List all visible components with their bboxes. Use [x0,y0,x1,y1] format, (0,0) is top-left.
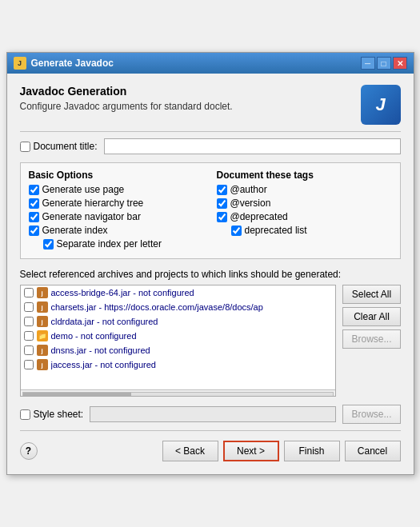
h-scroll-thumb [23,393,132,397]
opt-separate-index: Separate index per letter [29,238,204,250]
archives-browse-button[interactable]: Browse... [342,329,400,349]
stylesheet-browse-button[interactable]: Browse... [342,405,400,424]
list-item: j dnsns.jar - not configured [21,343,336,357]
opt-index: Generate index [29,225,204,236]
close-button[interactable]: ✕ [393,57,407,70]
opt-use-page: Generate use page [29,184,204,195]
opt-use-page-checkbox[interactable] [29,185,39,195]
list-item: j charsets.jar - https://docs.oracle.com… [21,300,336,314]
main-window: J Generate Javadoc ─ □ ✕ Javadoc Generat… [6,52,414,475]
doc-title-row: Document title: [20,138,401,154]
archives-buttons: Select All Clear All Browse... [342,285,400,397]
horizontal-scrollbar[interactable] [21,389,336,397]
basic-options-col: Basic Options Generate use page Generate… [29,170,204,252]
window-icon: J [14,57,26,70]
header-divider [20,131,401,132]
next-button[interactable]: Next > [223,441,279,461]
footer-right: < Back Next > Finish Cancel [162,441,401,461]
doc-title-input[interactable] [104,138,401,154]
opt-hierarchy-checkbox[interactable] [29,198,39,209]
basic-options-title: Basic Options [29,170,204,181]
tag-deprecated-checkbox[interactable] [217,212,227,222]
stylesheet-row: Style sheet: Browse... [20,405,401,424]
header-section: Javadoc Generation Configure Javadoc arg… [20,85,401,125]
archives-label: Select referenced archives and projects … [20,269,401,280]
tag-deprecated: @deprecated [217,211,392,222]
finish-button[interactable]: Finish [284,441,340,461]
tag-deprecated-list-checkbox[interactable] [231,226,242,236]
archives-list-container: j access-bridge-64.jar - not configured … [20,285,337,397]
back-button[interactable]: < Back [162,441,218,461]
list-item: 📁 demo - not configured [21,329,336,343]
select-all-button[interactable]: Select All [342,285,400,304]
tag-author-checkbox[interactable] [217,185,227,195]
cancel-button[interactable]: Cancel [345,441,401,461]
h-scroll-track [22,392,334,397]
tag-author: @author [217,184,392,195]
window-title: Generate Javadoc [31,58,114,69]
dialog-title: Javadoc Generation [20,85,233,98]
stylesheet-checkbox[interactable] [20,409,30,420]
titlebar-controls: ─ □ ✕ [361,57,407,70]
tag-deprecated-list: deprecated list [217,225,392,236]
footer-left: ? [20,442,38,460]
jar-icon-0: j [37,287,48,298]
titlebar-left: J Generate Javadoc [14,57,114,70]
folder-icon-3: 📁 [37,330,48,341]
doc-title-checkbox[interactable] [20,142,30,152]
opt-index-checkbox[interactable] [29,226,39,236]
archive-checkbox-4[interactable] [24,345,34,355]
doc-title-label: Document title: [20,141,98,152]
dialog-content: Javadoc Generation Configure Javadoc arg… [7,74,414,474]
list-item: j cldrdata.jar - not configured [21,314,336,329]
opt-navigator: Generate navigator bar [29,211,204,222]
help-button[interactable]: ? [20,442,38,460]
jar-icon-5: j [37,359,48,370]
archive-checkbox-5[interactable] [24,360,34,369]
archives-list-wrapper: j access-bridge-64.jar - not configured … [20,285,337,397]
list-item: j jaccess.jar - not configured [21,357,336,372]
doc-tags-title: Document these tags [217,170,392,181]
footer: ? < Back Next > Finish Cancel [20,437,401,466]
jar-icon-1: j [37,301,48,313]
minimize-button[interactable]: ─ [361,57,375,70]
opt-separate-index-checkbox[interactable] [43,239,54,250]
archive-checkbox-0[interactable] [24,288,34,297]
footer-divider [20,430,401,431]
tag-version: @version [217,198,392,209]
stylesheet-label: Style sheet: [20,409,84,420]
javadoc-logo: J [361,85,401,125]
archive-checkbox-3[interactable] [24,331,34,341]
stylesheet-input[interactable] [90,406,336,422]
options-grid: Basic Options Generate use page Generate… [20,162,401,259]
header-text: Javadoc Generation Configure Javadoc arg… [20,85,233,112]
list-item: j access-bridge-64.jar - not configured [21,285,336,300]
jar-icon-4: j [37,345,48,356]
opt-hierarchy: Generate hierarchy tree [29,198,204,209]
archives-section: j access-bridge-64.jar - not configured … [20,285,401,397]
jar-icon-2: j [37,316,48,327]
opt-navigator-checkbox[interactable] [29,212,39,222]
titlebar: J Generate Javadoc ─ □ ✕ [7,53,414,74]
archive-checkbox-1[interactable] [24,302,34,312]
tag-version-checkbox[interactable] [217,198,227,209]
archives-scroll-area[interactable]: j access-bridge-64.jar - not configured … [21,285,336,389]
maximize-button[interactable]: □ [377,57,391,70]
dialog-description: Configure Javadoc arguments for standard… [20,101,233,112]
archive-checkbox-2[interactable] [24,317,34,326]
clear-all-button[interactable]: Clear All [342,307,400,326]
doc-tags-col: Document these tags @author @version @de… [217,170,392,252]
